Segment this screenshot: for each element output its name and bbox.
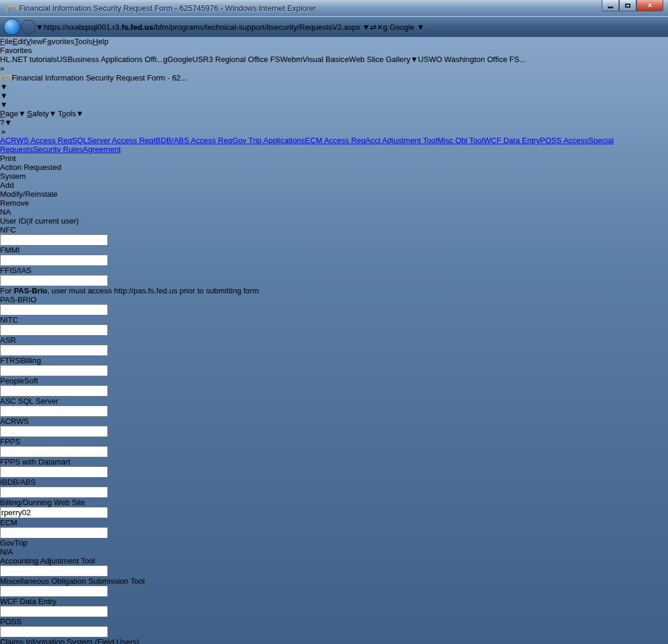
sidebar-item-wcf-data-entry[interactable]: WCF Data Entry	[484, 136, 540, 145]
help-button[interactable]: ?▼	[0, 118, 668, 127]
minimize-button[interactable]	[602, 0, 619, 11]
system-label: IBDB/ABS	[0, 478, 668, 487]
system-label: PeopleSoft	[0, 376, 668, 385]
userid-input-peoplesoft[interactable]	[0, 385, 108, 397]
system-label: GovTrip	[0, 538, 668, 547]
userid-input-fmmi[interactable]	[0, 255, 108, 266]
sidebar-item-acrws-access-req[interactable]: ACRWS Access Req	[0, 136, 72, 145]
favorite-dropdown-chevron[interactable]: ▼	[410, 55, 418, 64]
favorite-label: WO Washington Office FS...	[429, 55, 526, 64]
sidebar-item-gov-trip-applications[interactable]: Gov Trip Applications	[232, 136, 305, 145]
table-row-acrws: ACRWS	[0, 417, 668, 437]
window-title: Financial Information Security Request F…	[19, 4, 316, 13]
sidebar-item-ibdb-abs-access-req[interactable]: IBDB/ABS Access Req	[153, 136, 232, 145]
menu-help[interactable]: Help	[92, 37, 109, 46]
system-label: Claims Information System (Field Users)	[0, 637, 668, 644]
google-icon: g	[163, 55, 167, 64]
userid-input-asr[interactable]	[0, 345, 108, 356]
column-header-modify: Modify/Reinstate	[0, 190, 668, 199]
favorite-label: .NET tutorials	[10, 55, 57, 64]
favorite-item-web-slice-gallery[interactable]: eWeb Slice Gallery▼	[345, 55, 418, 64]
menu-tools[interactable]: Tools	[75, 37, 92, 46]
userid-input-miscellaneous-obligation-submission-tool[interactable]	[0, 586, 108, 597]
feeds-button[interactable]: ▼	[0, 91, 668, 100]
menu-favorites[interactable]: Favorites	[42, 37, 74, 46]
userid-input-ftrs-billing[interactable]	[0, 365, 108, 376]
userid-input-accounting-adjustment-tool[interactable]	[0, 565, 108, 577]
sidebar-item-agreement[interactable]: Agreement	[83, 145, 121, 154]
search-box[interactable]: g Google ▼	[383, 23, 424, 32]
userid-cell	[0, 426, 668, 437]
userid-input-nitc[interactable]	[0, 324, 108, 336]
table-row-asc-sql-server: ASC SQL Server	[0, 397, 668, 417]
sidebar-item-misc-obl-tool[interactable]: Misc Obl Tool	[437, 136, 484, 145]
sidebar-item-ecm-access-req[interactable]: ECM Access Req	[305, 136, 365, 145]
sidebar-item-poss-access[interactable]: POSS Access	[540, 136, 588, 145]
sidebar-item-acct-adjustment-tool[interactable]: Acct Adjustment Tool	[366, 136, 437, 145]
table-row-asr: ASR	[0, 336, 668, 356]
tab-financial-form[interactable]: Financial Information Security Request F…	[0, 73, 668, 82]
userid-input-acrws[interactable]	[0, 426, 108, 437]
stop-button[interactable]: ✕	[376, 23, 383, 32]
userid-input-pas-brio[interactable]	[0, 304, 108, 315]
userid-input-poss[interactable]	[0, 626, 108, 637]
table-row-fmmi: FMMI	[0, 246, 668, 266]
userid-cell	[0, 324, 668, 336]
title-bar: Financial Information Security Request F…	[0, 0, 668, 17]
system-label: ACRWS	[0, 417, 668, 426]
system-label: FTRSBilling	[0, 356, 668, 365]
favorites-button[interactable]: Favorites	[0, 46, 668, 55]
back-button[interactable]	[4, 18, 20, 35]
url-text[interactable]: https://sxabqsql001.r3.fs.fed.us/bfm/pro…	[44, 23, 360, 32]
usda-shield-icon: US	[57, 55, 67, 64]
userid-input-ibdb-abs[interactable]	[0, 487, 108, 498]
favorite-item-business-applications-offi[interactable]: USBusiness Applications Offi...	[57, 55, 163, 64]
address-bar[interactable]: https://sxabqsql001.r3.fs.fed.us/bfm/pro…	[44, 23, 370, 32]
command-menu-safety[interactable]: Safety▼	[27, 109, 57, 118]
maximize-button[interactable]	[619, 0, 636, 11]
search-dropdown-chevron[interactable]: ▼	[417, 23, 425, 32]
userid-input-nfc[interactable]	[0, 234, 108, 246]
userid-input-ffis-ias[interactable]	[0, 275, 108, 286]
table-row-poss: POSS	[0, 617, 668, 637]
favorite-item-wo-washington-office-fs[interactable]: USWO Washington Office FS...	[418, 55, 526, 64]
userid-input-fpps[interactable]	[0, 446, 108, 457]
fs-shield-icon: US	[418, 55, 429, 64]
favorites-overflow-chevron[interactable]: »	[0, 64, 4, 73]
userid-input-fpps-with-datamart[interactable]	[0, 466, 108, 478]
command-menu-tools[interactable]: Tools▼	[58, 109, 84, 118]
recent-pages-chevron[interactable]: ▼	[36, 23, 44, 32]
userid-input-wcf-data-entry[interactable]	[0, 606, 108, 617]
favorite-item-google[interactable]: gGoogle	[163, 55, 192, 64]
table-row-nitc: NITC	[0, 315, 668, 336]
favorite-label: Web Slice Gallery	[349, 55, 410, 64]
menu-edit[interactable]: Edit	[13, 37, 26, 46]
table-row-miscellaneous-obligation-submission-tool: Miscellaneous Obligation Submission Tool	[0, 577, 668, 597]
favorite-item-r3-regional-office-fsweb[interactable]: USR3 Regional Office FSWeb	[193, 55, 296, 64]
refresh-button[interactable]: ⇄	[370, 23, 376, 32]
userid-cell	[0, 466, 668, 478]
userid-input-ecm[interactable]	[0, 527, 108, 538]
address-dropdown-chevron[interactable]: ▼	[363, 23, 370, 32]
print-button[interactable]: ▼	[0, 100, 668, 109]
userid-input-asc-sql-server[interactable]	[0, 405, 108, 417]
menu-view[interactable]: View	[26, 37, 42, 46]
system-label: POSS	[0, 617, 668, 626]
table-title: Action Requested	[0, 163, 668, 172]
sidebar-item-security-rules[interactable]: Security Rules	[33, 145, 83, 154]
column-header-na: NA	[0, 208, 668, 216]
home-button[interactable]: ▼	[0, 82, 668, 91]
userid-input-billing-dunning-web-site[interactable]	[0, 507, 108, 518]
table-row-govtrip: GovTripN/A	[0, 538, 668, 556]
sidebar-item-sqlserver-access-req[interactable]: SQLServer Access Req	[72, 136, 153, 145]
search-placeholder: Google	[389, 23, 415, 32]
table-row-accounting-adjustment-tool: Accounting Adjustment Tool	[0, 556, 668, 577]
menu-file[interactable]: File	[0, 37, 13, 46]
command-overflow-chevron[interactable]: »	[1, 127, 5, 136]
table-row-ibdb-abs: IBDB/ABS	[0, 478, 668, 498]
forward-button[interactable]	[21, 20, 36, 34]
command-menu-page[interactable]: Page▼	[0, 109, 26, 118]
favorite-item-net-tutorials[interactable]: HL.NET tutorials	[0, 55, 57, 64]
close-button[interactable]: ✕	[636, 0, 663, 11]
favorite-item-visual-basic[interactable]: mVisual Basic	[296, 55, 344, 64]
